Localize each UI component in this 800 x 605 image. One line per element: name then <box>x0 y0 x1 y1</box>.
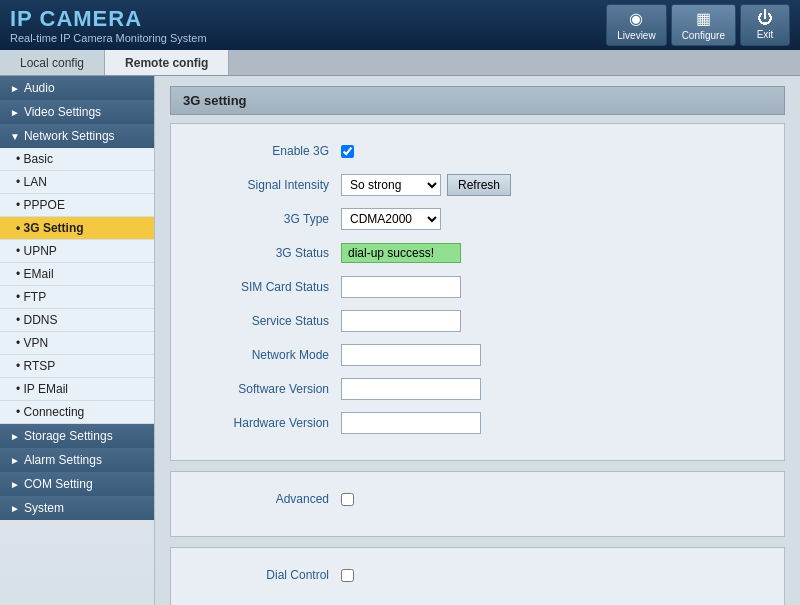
advanced-label: Advanced <box>191 492 341 506</box>
nav-bar: Local config Remote config <box>0 50 800 76</box>
network-mode-value: CDMA/HDR HYBRID <box>341 344 481 366</box>
network-mode-row: Network Mode CDMA/HDR HYBRID <box>191 343 764 367</box>
signal-intensity-value: So strong Refresh <box>341 174 511 196</box>
video-settings-label: Video Settings <box>24 105 101 119</box>
configure-icon: ▦ <box>696 9 711 28</box>
service-status-value: AVAILABLE SRV <box>341 310 461 332</box>
dial-control-label: Dial Control <box>191 568 341 582</box>
configure-button[interactable]: ▦ Configure <box>671 4 736 46</box>
pppoe-item[interactable]: • PPPOE <box>0 194 154 217</box>
header-buttons: ◉ Liveview ▦ Configure ⏻ Exit <box>606 4 790 46</box>
dial-control-value <box>341 569 354 582</box>
remote-config-tab[interactable]: Remote config <box>105 50 229 75</box>
video-settings-section[interactable]: ► Video Settings <box>0 100 154 124</box>
3g-setting-item[interactable]: • 3G Setting <box>0 217 154 240</box>
connecting-item[interactable]: • Connecting <box>0 401 154 424</box>
rtsp-item[interactable]: • RTSP <box>0 355 154 378</box>
network-arrow-icon: ▼ <box>10 131 20 142</box>
panel-title: 3G setting <box>170 86 785 115</box>
local-config-tab[interactable]: Local config <box>0 50 105 75</box>
basic-item[interactable]: • Basic <box>0 148 154 171</box>
sim-card-label: SIM Card Status <box>191 280 341 294</box>
software-version-field[interactable]: 812.11.00.04.103 <box>341 378 481 400</box>
settings-panel: Enable 3G Signal Intensity So strong Ref… <box>170 123 785 461</box>
app-title: IP CAMERA <box>10 6 207 32</box>
alarm-settings-section[interactable]: ► Alarm Settings <box>0 448 154 472</box>
hardware-version-row: Hardware Version MG12MCPUVer A <box>191 411 764 435</box>
software-version-value: 812.11.00.04.103 <box>341 378 481 400</box>
dial-control-row: Dial Control <box>191 563 764 587</box>
3g-type-select[interactable]: CDMA2000 <box>341 208 441 230</box>
dial-control-checkbox[interactable] <box>341 569 354 582</box>
liveview-button[interactable]: ◉ Liveview <box>606 4 666 46</box>
advanced-row: Advanced <box>191 487 764 511</box>
storage-arrow-icon: ► <box>10 431 20 442</box>
liveview-label: Liveview <box>617 30 655 41</box>
hardware-version-value: MG12MCPUVer A <box>341 412 481 434</box>
upnp-item[interactable]: • UPNP <box>0 240 154 263</box>
header-title: IP CAMERA Real-time IP Camera Monitoring… <box>10 6 207 44</box>
3g-status-box: dial-up success! <box>341 243 461 263</box>
refresh-button[interactable]: Refresh <box>447 174 511 196</box>
com-arrow-icon: ► <box>10 479 20 490</box>
configure-label: Configure <box>682 30 725 41</box>
audio-section[interactable]: ► Audio <box>0 76 154 100</box>
exit-icon: ⏻ <box>757 9 773 27</box>
signal-intensity-row: Signal Intensity So strong Refresh <box>191 173 764 197</box>
sim-card-value: SIM OK <box>341 276 461 298</box>
storage-settings-label: Storage Settings <box>24 429 113 443</box>
network-sub-items: • Basic • LAN • PPPOE • 3G Setting • UPN… <box>0 148 154 424</box>
header: IP CAMERA Real-time IP Camera Monitoring… <box>0 0 800 50</box>
system-section[interactable]: ► System <box>0 496 154 520</box>
email-item[interactable]: • EMail <box>0 263 154 286</box>
audio-arrow-icon: ► <box>10 83 20 94</box>
advanced-panel: Advanced <box>170 471 785 537</box>
vpn-item[interactable]: • VPN <box>0 332 154 355</box>
enable-3g-label: Enable 3G <box>191 144 341 158</box>
enable-3g-row: Enable 3G <box>191 139 764 163</box>
sim-card-field[interactable]: SIM OK <box>341 276 461 298</box>
network-settings-section[interactable]: ▼ Network Settings <box>0 124 154 148</box>
liveview-icon: ◉ <box>629 9 643 28</box>
network-settings-label: Network Settings <box>24 129 115 143</box>
network-mode-field[interactable]: CDMA/HDR HYBRID <box>341 344 481 366</box>
3g-status-label: 3G Status <box>191 246 341 260</box>
3g-type-value: CDMA2000 <box>341 208 441 230</box>
3g-type-label: 3G Type <box>191 212 341 226</box>
3g-type-row: 3G Type CDMA2000 <box>191 207 764 231</box>
alarm-arrow-icon: ► <box>10 455 20 466</box>
com-setting-section[interactable]: ► COM Setting <box>0 472 154 496</box>
signal-intensity-label: Signal Intensity <box>191 178 341 192</box>
sim-card-row: SIM Card Status SIM OK <box>191 275 764 299</box>
exit-button[interactable]: ⏻ Exit <box>740 4 790 46</box>
system-label: System <box>24 501 64 515</box>
hardware-version-label: Hardware Version <box>191 416 341 430</box>
alarm-settings-label: Alarm Settings <box>24 453 102 467</box>
storage-settings-section[interactable]: ► Storage Settings <box>0 424 154 448</box>
lan-item[interactable]: • LAN <box>0 171 154 194</box>
network-mode-label: Network Mode <box>191 348 341 362</box>
advanced-checkbox[interactable] <box>341 493 354 506</box>
service-status-row: Service Status AVAILABLE SRV <box>191 309 764 333</box>
audio-label: Audio <box>24 81 55 95</box>
signal-intensity-select[interactable]: So strong <box>341 174 441 196</box>
system-arrow-icon: ► <box>10 503 20 514</box>
app-subtitle: Real-time IP Camera Monitoring System <box>10 32 207 44</box>
ip-email-item[interactable]: • IP EMail <box>0 378 154 401</box>
software-version-label: Software Version <box>191 382 341 396</box>
enable-3g-value <box>341 145 354 158</box>
3g-status-row: 3G Status dial-up success! <box>191 241 764 265</box>
hardware-version-field[interactable]: MG12MCPUVer A <box>341 412 481 434</box>
dial-panel: Dial Control <box>170 547 785 605</box>
enable-3g-checkbox[interactable] <box>341 145 354 158</box>
main: ► Audio ► Video Settings ▼ Network Setti… <box>0 76 800 605</box>
service-status-field[interactable]: AVAILABLE SRV <box>341 310 461 332</box>
content: 3G setting Enable 3G Signal Intensity So… <box>155 76 800 605</box>
ftp-item[interactable]: • FTP <box>0 286 154 309</box>
video-arrow-icon: ► <box>10 107 20 118</box>
com-setting-label: COM Setting <box>24 477 93 491</box>
software-version-row: Software Version 812.11.00.04.103 <box>191 377 764 401</box>
ddns-item[interactable]: • DDNS <box>0 309 154 332</box>
advanced-value <box>341 493 354 506</box>
service-status-label: Service Status <box>191 314 341 328</box>
